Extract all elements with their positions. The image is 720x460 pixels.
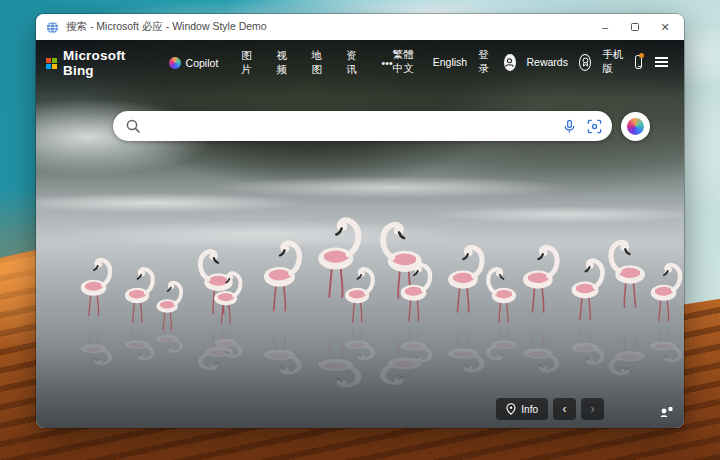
globe-icon [46, 21, 59, 34]
bing-navbar: Microsoft Bing Copilot 图片 视频 地图 资讯 ••• 繁… [36, 40, 684, 98]
nav-videos[interactable]: 视频 [276, 49, 288, 77]
bing-homepage: Microsoft Bing Copilot 图片 视频 地图 资讯 ••• 繁… [36, 40, 684, 428]
nav-images[interactable]: 图片 [241, 49, 253, 77]
search-box[interactable] [113, 111, 612, 141]
location-pin-icon [506, 403, 516, 415]
close-button[interactable]: ✕ [650, 16, 680, 38]
nav-right: 繁體中文 English 登录 Rewards 手机版 [393, 48, 670, 76]
previous-image-button[interactable]: ‹ [553, 398, 576, 420]
search-area [113, 111, 650, 141]
maximize-icon [631, 23, 639, 31]
avatar[interactable] [504, 54, 516, 71]
app-window: 搜索 - Microsoft 必应 - Window Style Demo – … [36, 14, 684, 428]
sign-in-link[interactable]: 登录 [478, 48, 493, 76]
nav-copilot-label: Copilot [186, 57, 219, 69]
copilot-logo-icon [627, 118, 644, 135]
bing-logo[interactable]: Microsoft Bing [46, 48, 145, 78]
window-title: 搜索 - Microsoft 必应 - Window Style Demo [66, 20, 590, 34]
flamingo-flock-illustration [36, 40, 684, 428]
brand-name: Microsoft Bing [63, 48, 145, 78]
rewards-medal-icon[interactable] [579, 54, 591, 71]
person-icon [504, 57, 515, 68]
image-controls: Info ‹ › [496, 398, 604, 420]
nav-news[interactable]: 资讯 [347, 49, 359, 77]
lang-traditional-chinese[interactable]: 繁體中文 [393, 48, 422, 76]
window-titlebar[interactable]: 搜索 - Microsoft 必应 - Window Style Demo – … [36, 14, 684, 40]
minimize-button[interactable]: – [590, 16, 620, 38]
copilot-button[interactable] [621, 112, 650, 141]
visual-search-icon[interactable] [587, 119, 602, 134]
notification-badge [639, 53, 644, 58]
nav-copilot[interactable]: Copilot [169, 57, 219, 69]
nav-more[interactable]: ••• [382, 57, 393, 69]
search-input[interactable] [141, 111, 562, 141]
hamburger-menu[interactable] [653, 55, 670, 69]
microsoft-logo-icon [46, 58, 57, 69]
maximize-button[interactable] [620, 16, 650, 38]
microphone-icon[interactable] [562, 119, 577, 134]
image-info-button[interactable]: Info [496, 398, 548, 420]
mobile-phone-icon[interactable] [635, 55, 642, 69]
mobile-link[interactable]: 手机版 [602, 48, 624, 76]
people-icon[interactable] [658, 404, 674, 418]
copilot-icon [169, 57, 181, 69]
search-icon [125, 118, 141, 134]
rewards-link[interactable]: Rewards [527, 56, 568, 68]
nav-maps[interactable]: 地图 [311, 49, 323, 77]
lang-english[interactable]: English [433, 56, 467, 68]
info-label: Info [521, 404, 538, 415]
nav-links: Copilot 图片 视频 地图 资讯 ••• [169, 49, 393, 77]
next-image-button[interactable]: › [581, 398, 604, 420]
